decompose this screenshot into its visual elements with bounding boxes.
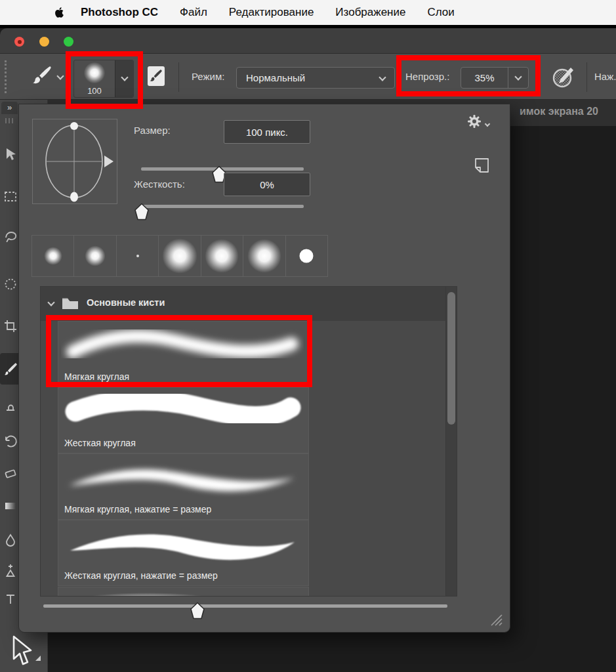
type-tool-icon[interactable] bbox=[3, 592, 18, 606]
marquee-tool-icon[interactable] bbox=[3, 189, 18, 203]
brush-item-label: Жесткая круглая bbox=[64, 438, 136, 448]
panel-grip[interactable] bbox=[5, 118, 14, 123]
hardness-label: Жесткость: bbox=[134, 178, 185, 190]
blend-mode-label: Режим: bbox=[192, 71, 224, 82]
history-brush-tool-icon[interactable] bbox=[3, 434, 18, 449]
gradient-tool-icon[interactable] bbox=[3, 499, 18, 513]
scrollbar-track[interactable] bbox=[445, 287, 457, 596]
divider bbox=[178, 62, 179, 92]
blend-mode-select[interactable]: Нормальный bbox=[236, 67, 395, 89]
brush-stroke-preview bbox=[61, 457, 304, 499]
group-expand-chevron-icon[interactable] bbox=[47, 299, 54, 306]
clone-stamp-tool-icon[interactable] bbox=[3, 399, 18, 413]
brush-settings-panel-toggle[interactable] bbox=[146, 64, 167, 89]
hardness-field[interactable]: 0% bbox=[224, 173, 310, 196]
brush-thumb-pixel-dot[interactable] bbox=[117, 236, 159, 276]
menu-app-name[interactable]: Photoshop CC bbox=[81, 6, 158, 19]
menu-item-file[interactable]: Файл bbox=[180, 6, 207, 19]
close-button[interactable] bbox=[14, 37, 24, 47]
brush-item-label: Мягкая круглая, нажатие = размер bbox=[64, 504, 211, 514]
pen-tool-icon[interactable] bbox=[3, 563, 18, 578]
annotation-soft-round-brush bbox=[46, 315, 312, 387]
brush-thumb-hard-25[interactable] bbox=[286, 236, 327, 276]
brush-item-soft-round-pressure[interactable]: Мягкая круглая, нажатие = размер bbox=[58, 453, 309, 520]
hardness-slider-thumb[interactable] bbox=[134, 203, 149, 220]
quick-selection-tool-icon[interactable] bbox=[3, 277, 18, 291]
preview-size-slider-thumb[interactable] bbox=[190, 602, 205, 620]
hardness-slider-track[interactable] bbox=[141, 205, 304, 208]
pressure-opacity-toggle[interactable] bbox=[550, 62, 577, 90]
drag-grip[interactable] bbox=[5, 60, 7, 93]
menu-item-image[interactable]: Изображение bbox=[335, 6, 405, 19]
brush-stroke-preview bbox=[61, 390, 304, 432]
scrollbar-thumb[interactable] bbox=[447, 292, 455, 425]
tool-corner-indicator bbox=[35, 656, 41, 661]
eraser-tool-icon[interactable] bbox=[3, 466, 18, 480]
collapse-tools-button[interactable]: » bbox=[1, 102, 18, 114]
crop-tool-icon[interactable] bbox=[3, 319, 18, 333]
brush-item-partial[interactable] bbox=[58, 587, 309, 597]
recent-brushes-row bbox=[31, 235, 328, 277]
resize-grip[interactable] bbox=[486, 610, 503, 627]
window-title-bar[interactable] bbox=[0, 28, 616, 53]
brush-item-hard-round[interactable]: Жесткая круглая bbox=[58, 387, 309, 453]
pressure-size-label: Наж. bbox=[594, 71, 616, 82]
brush-tool-chevron-icon[interactable] bbox=[56, 72, 64, 79]
brush-item-label: Жесткая круглая, нажатие = размер bbox=[64, 570, 218, 581]
brush-item-hard-round-pressure[interactable]: Жесткая круглая, нажатие = размер bbox=[58, 520, 309, 586]
size-label: Размер: bbox=[134, 125, 171, 136]
preview-size-slider-track[interactable] bbox=[43, 604, 447, 608]
move-tool-icon[interactable] bbox=[3, 147, 18, 161]
size-field[interactable]: 100 пикс. bbox=[224, 120, 310, 144]
brush-group-label: Основные кисти bbox=[87, 297, 165, 308]
menu-item-edit[interactable]: Редактирование bbox=[229, 6, 314, 19]
brush-angle-roundness-control[interactable] bbox=[32, 119, 117, 204]
create-new-brush-button[interactable] bbox=[473, 157, 490, 174]
blur-tool-icon[interactable] bbox=[3, 533, 18, 547]
annotation-opacity bbox=[396, 55, 541, 96]
brush-thumb-soft-30[interactable] bbox=[32, 236, 74, 276]
macos-menu-bar: Photoshop CC Файл Редактирование Изображ… bbox=[0, 0, 616, 25]
annotation-brush-preset bbox=[66, 51, 143, 109]
screen: Photoshop CC Файл Редактирование Изображ… bbox=[0, 0, 616, 672]
apple-logo-icon[interactable] bbox=[54, 6, 65, 19]
brush-thumb-soft-100[interactable] bbox=[201, 236, 243, 276]
brush-thumb-soft-100[interactable] bbox=[159, 236, 201, 276]
blend-mode-value: Нормальный bbox=[246, 72, 305, 83]
menu-item-layers[interactable]: Слои bbox=[427, 6, 454, 19]
brush-tool-icon[interactable] bbox=[29, 64, 52, 88]
modified-dot bbox=[18, 40, 22, 44]
gear-chevron-icon[interactable] bbox=[485, 121, 490, 127]
brush-stroke-preview bbox=[61, 523, 304, 565]
folder-icon bbox=[62, 297, 79, 310]
minimize-button[interactable] bbox=[39, 37, 49, 47]
lasso-tool-icon[interactable] bbox=[3, 230, 18, 244]
panel-menu-gear-icon[interactable] bbox=[466, 114, 482, 129]
brush-thumb-soft-100[interactable] bbox=[243, 236, 285, 276]
document-tab-title[interactable]: имок экрана 20 bbox=[520, 106, 598, 117]
mouse-cursor bbox=[12, 635, 34, 669]
fullscreen-button[interactable] bbox=[64, 37, 73, 47]
chevron-down-icon bbox=[379, 74, 386, 81]
divider bbox=[586, 62, 587, 92]
brush-thumb-soft-30[interactable] bbox=[74, 236, 116, 276]
